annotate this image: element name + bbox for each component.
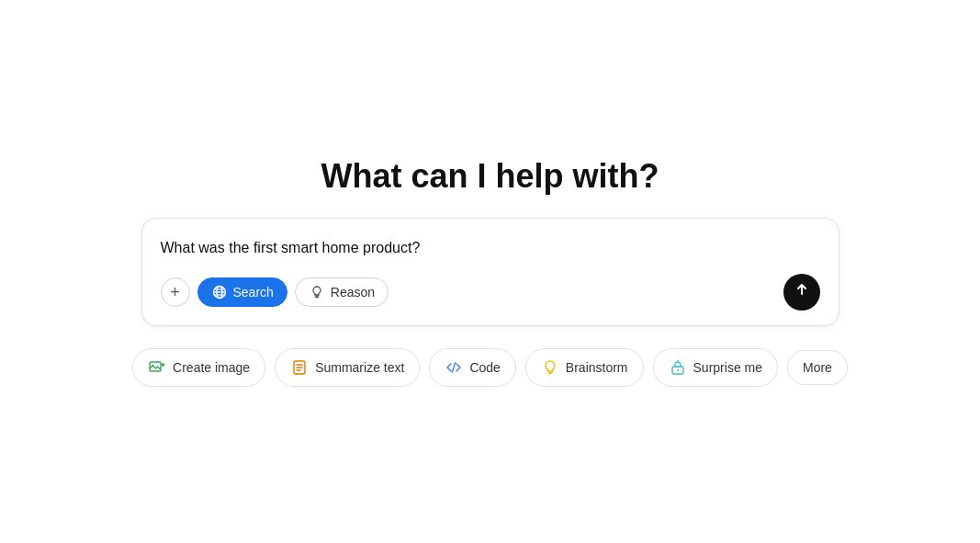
plus-icon: + [170, 284, 180, 300]
reason-chip-label: Reason [331, 285, 375, 300]
code-chip[interactable]: Code [429, 348, 515, 387]
create-image-icon [148, 358, 166, 377]
summarize-icon [290, 358, 309, 377]
svg-rect-16 [547, 371, 552, 372]
surprise-me-chip[interactable]: Surprise me [653, 348, 778, 387]
page-title: What can I help with? [321, 157, 659, 196]
svg-line-15 [453, 363, 456, 372]
svg-rect-17 [548, 373, 552, 374]
svg-rect-6 [315, 297, 319, 298]
chat-input-container: + Search [141, 218, 839, 326]
code-icon [445, 358, 463, 377]
more-chip[interactable]: More [787, 350, 848, 385]
brainstorm-icon [541, 358, 559, 377]
reason-chip[interactable]: Reason [295, 277, 389, 307]
surprise-me-label: Surprise me [693, 360, 762, 375]
create-image-chip[interactable]: Create image [132, 348, 265, 387]
svg-point-21 [677, 369, 679, 371]
search-chip[interactable]: Search [197, 277, 287, 307]
brainstorm-chip[interactable]: Brainstorm [525, 348, 644, 387]
toolbar-left: + Search [161, 277, 389, 307]
more-label: More [803, 360, 832, 375]
chat-input[interactable] [161, 237, 820, 259]
arrow-up-icon [794, 281, 810, 302]
add-button[interactable]: + [161, 277, 190, 307]
lightbulb-icon [309, 284, 325, 300]
brainstorm-label: Brainstorm [566, 360, 628, 375]
surprise-icon [669, 358, 687, 377]
code-label: Code [469, 360, 500, 375]
summarize-text-chip[interactable]: Summarize text [275, 348, 420, 387]
create-image-label: Create image [173, 360, 250, 375]
search-chip-label: Search [233, 285, 274, 300]
globe-icon [211, 284, 228, 300]
svg-rect-5 [314, 295, 319, 296]
action-chips-row: Create image Summarize text Code [132, 348, 848, 387]
summarize-text-label: Summarize text [315, 360, 404, 375]
submit-button[interactable] [783, 274, 820, 311]
input-toolbar: + Search [161, 274, 820, 311]
